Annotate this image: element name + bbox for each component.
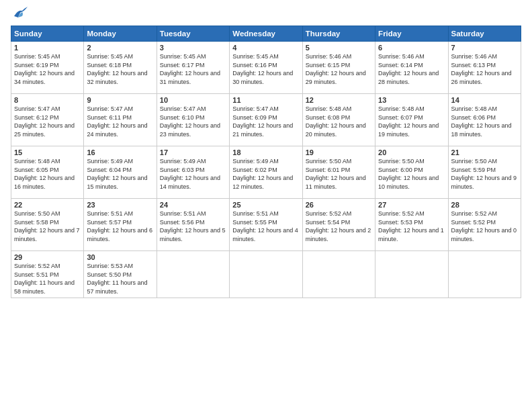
- sunset-text: Sunset: 6:14 PM: [378, 61, 445, 70]
- calendar-week-row: 15Sunrise: 5:48 AMSunset: 6:05 PMDayligh…: [11, 146, 521, 199]
- day-number: 15: [14, 148, 81, 156]
- day-number: 27: [378, 201, 445, 209]
- daylight-text: Daylight: 12 hours and 31 minutes.: [160, 69, 226, 86]
- day-info: Sunrise: 5:48 AMSunset: 6:07 PMDaylight:…: [378, 105, 445, 138]
- sunset-text: Sunset: 6:10 PM: [160, 113, 226, 122]
- calendar-cell: 1Sunrise: 5:45 AMSunset: 6:19 PMDaylight…: [11, 42, 84, 94]
- calendar-week-row: 8Sunrise: 5:47 AMSunset: 6:12 PMDaylight…: [11, 94, 521, 146]
- day-info: Sunrise: 5:52 AMSunset: 5:51 PMDaylight:…: [14, 262, 81, 295]
- sunset-text: Sunset: 6:16 PM: [232, 61, 299, 70]
- day-info: Sunrise: 5:50 AMSunset: 6:00 PMDaylight:…: [378, 157, 445, 191]
- daylight-text: Daylight: 12 hours and 19 minutes.: [378, 122, 445, 138]
- sunrise-text: Sunrise: 5:48 AM: [306, 105, 372, 113]
- sunrise-text: Sunrise: 5:49 AM: [87, 157, 153, 166]
- day-info: Sunrise: 5:51 AMSunset: 5:55 PMDaylight:…: [232, 210, 299, 243]
- calendar-cell: [157, 251, 229, 298]
- daylight-text: Daylight: 12 hours and 32 minutes.: [87, 69, 153, 86]
- sunset-text: Sunset: 5:56 PM: [160, 218, 226, 227]
- calendar-cell: 19Sunrise: 5:50 AMSunset: 6:01 PMDayligh…: [302, 146, 375, 199]
- calendar-cell: 25Sunrise: 5:51 AMSunset: 5:55 PMDayligh…: [230, 199, 302, 251]
- sunset-text: Sunset: 5:51 PM: [14, 271, 81, 279]
- day-info: Sunrise: 5:47 AMSunset: 6:10 PMDaylight:…: [160, 105, 226, 138]
- calendar-cell: 13Sunrise: 5:48 AMSunset: 6:07 PMDayligh…: [375, 94, 448, 146]
- sunset-text: Sunset: 6:13 PM: [451, 61, 518, 70]
- daylight-text: Daylight: 11 hours and 57 minutes.: [87, 279, 153, 295]
- day-info: Sunrise: 5:48 AMSunset: 6:08 PMDaylight:…: [306, 105, 372, 138]
- day-info: Sunrise: 5:47 AMSunset: 6:09 PMDaylight:…: [232, 105, 299, 138]
- calendar-cell: 27Sunrise: 5:52 AMSunset: 5:53 PMDayligh…: [375, 199, 448, 251]
- calendar-week-row: 1Sunrise: 5:45 AMSunset: 6:19 PMDaylight…: [11, 42, 521, 94]
- sunset-text: Sunset: 6:07 PM: [378, 113, 445, 122]
- calendar-cell: [375, 251, 448, 298]
- day-info: Sunrise: 5:49 AMSunset: 6:02 PMDaylight:…: [232, 157, 299, 191]
- sunrise-text: Sunrise: 5:45 AM: [160, 52, 226, 61]
- daylight-text: Daylight: 12 hours and 20 minutes.: [306, 122, 372, 138]
- sunset-text: Sunset: 6:05 PM: [14, 166, 81, 175]
- sunrise-text: Sunrise: 5:45 AM: [14, 52, 81, 61]
- sunset-text: Sunset: 5:59 PM: [451, 166, 518, 175]
- calendar-cell: 17Sunrise: 5:49 AMSunset: 6:03 PMDayligh…: [157, 146, 229, 199]
- calendar-cell: 23Sunrise: 5:51 AMSunset: 5:57 PMDayligh…: [84, 199, 157, 251]
- day-info: Sunrise: 5:51 AMSunset: 5:57 PMDaylight:…: [87, 210, 153, 243]
- day-number: 11: [232, 96, 299, 104]
- sunrise-text: Sunrise: 5:46 AM: [378, 52, 445, 61]
- sunrise-text: Sunrise: 5:52 AM: [451, 210, 518, 218]
- calendar-header-row: SundayMondayTuesdayWednesdayThursdayFrid…: [11, 26, 521, 42]
- calendar-cell: 24Sunrise: 5:51 AMSunset: 5:56 PMDayligh…: [157, 199, 229, 251]
- logo-bird-icon: [13, 7, 28, 21]
- calendar-cell: 10Sunrise: 5:47 AMSunset: 6:10 PMDayligh…: [157, 94, 229, 146]
- sunset-text: Sunset: 6:11 PM: [87, 113, 153, 122]
- day-info: Sunrise: 5:45 AMSunset: 6:19 PMDaylight:…: [14, 52, 81, 86]
- sunrise-text: Sunrise: 5:52 AM: [14, 262, 81, 271]
- daylight-text: Daylight: 12 hours and 23 minutes.: [160, 122, 226, 138]
- daylight-text: Daylight: 12 hours and 7 minutes.: [14, 226, 81, 243]
- daylight-text: Daylight: 12 hours and 11 minutes.: [306, 174, 372, 191]
- sunset-text: Sunset: 6:09 PM: [232, 113, 299, 122]
- column-header-saturday: Saturday: [448, 26, 521, 42]
- day-info: Sunrise: 5:45 AMSunset: 6:17 PMDaylight:…: [160, 52, 226, 86]
- sunset-text: Sunset: 5:58 PM: [14, 218, 81, 227]
- daylight-text: Daylight: 12 hours and 29 minutes.: [306, 69, 372, 86]
- calendar-cell: 9Sunrise: 5:47 AMSunset: 6:11 PMDaylight…: [84, 94, 157, 146]
- day-number: 1: [14, 44, 81, 52]
- sunrise-text: Sunrise: 5:48 AM: [14, 157, 81, 166]
- calendar-cell: 18Sunrise: 5:49 AMSunset: 6:02 PMDayligh…: [230, 146, 302, 199]
- day-info: Sunrise: 5:53 AMSunset: 5:50 PMDaylight:…: [87, 262, 153, 295]
- sunrise-text: Sunrise: 5:45 AM: [87, 52, 153, 61]
- calendar-cell: 30Sunrise: 5:53 AMSunset: 5:50 PMDayligh…: [84, 251, 157, 298]
- calendar-body: 1Sunrise: 5:45 AMSunset: 6:19 PMDaylight…: [11, 42, 521, 298]
- sunrise-text: Sunrise: 5:46 AM: [451, 52, 518, 61]
- day-info: Sunrise: 5:46 AMSunset: 6:13 PMDaylight:…: [451, 52, 518, 86]
- day-number: 6: [378, 44, 445, 52]
- column-header-thursday: Thursday: [302, 26, 375, 42]
- sunset-text: Sunset: 6:04 PM: [87, 166, 153, 175]
- day-info: Sunrise: 5:50 AMSunset: 6:01 PMDaylight:…: [306, 157, 372, 191]
- calendar-cell: 20Sunrise: 5:50 AMSunset: 6:00 PMDayligh…: [375, 146, 448, 199]
- column-header-tuesday: Tuesday: [157, 26, 229, 42]
- sunrise-text: Sunrise: 5:47 AM: [14, 105, 81, 113]
- sunrise-text: Sunrise: 5:50 AM: [378, 157, 445, 166]
- sunrise-text: Sunrise: 5:52 AM: [306, 210, 372, 218]
- sunset-text: Sunset: 6:12 PM: [14, 113, 81, 122]
- calendar-cell: 15Sunrise: 5:48 AMSunset: 6:05 PMDayligh…: [11, 146, 84, 199]
- sunset-text: Sunset: 6:03 PM: [160, 166, 226, 175]
- sunset-text: Sunset: 6:17 PM: [160, 61, 226, 70]
- calendar-cell: 4Sunrise: 5:45 AMSunset: 6:16 PMDaylight…: [230, 42, 302, 94]
- day-number: 10: [160, 96, 226, 104]
- sunset-text: Sunset: 5:53 PM: [378, 218, 445, 227]
- calendar-cell: 3Sunrise: 5:45 AMSunset: 6:17 PMDaylight…: [157, 42, 229, 94]
- daylight-text: Daylight: 12 hours and 24 minutes.: [87, 122, 153, 138]
- daylight-text: Daylight: 12 hours and 30 minutes.: [232, 69, 299, 86]
- sunset-text: Sunset: 6:02 PM: [232, 166, 299, 175]
- header: [11, 9, 521, 21]
- column-header-wednesday: Wednesday: [230, 26, 302, 42]
- column-header-sunday: Sunday: [11, 26, 84, 42]
- sunrise-text: Sunrise: 5:49 AM: [232, 157, 299, 166]
- sunrise-text: Sunrise: 5:48 AM: [451, 105, 518, 113]
- sunset-text: Sunset: 6:01 PM: [306, 166, 372, 175]
- day-number: 30: [87, 253, 153, 261]
- day-info: Sunrise: 5:52 AMSunset: 5:53 PMDaylight:…: [378, 210, 445, 243]
- calendar-cell: 7Sunrise: 5:46 AMSunset: 6:13 PMDaylight…: [448, 42, 521, 94]
- day-info: Sunrise: 5:45 AMSunset: 6:16 PMDaylight:…: [232, 52, 299, 86]
- sunrise-text: Sunrise: 5:50 AM: [306, 157, 372, 166]
